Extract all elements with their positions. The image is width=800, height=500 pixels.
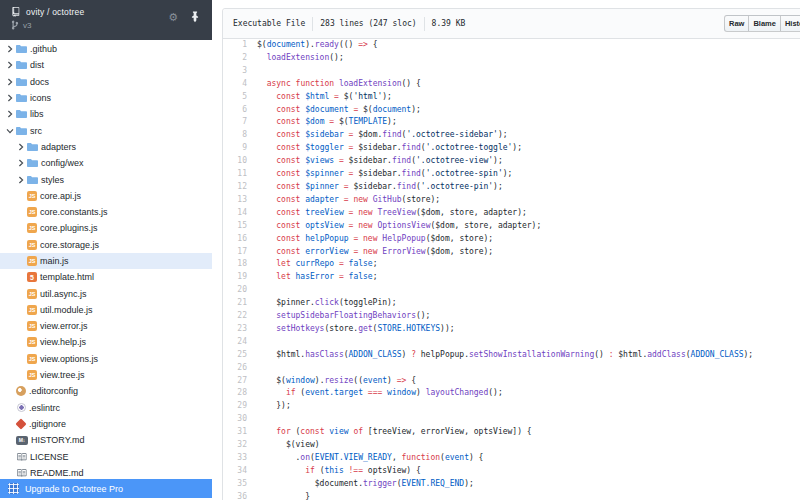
tree-item-view.help.js[interactable]: JSview.help.js <box>0 334 212 350</box>
line-number[interactable]: 2 <box>223 52 253 65</box>
line-number[interactable]: 32 <box>223 439 253 452</box>
line-number[interactable]: 34 <box>223 465 253 478</box>
chevron-right-icon[interactable] <box>17 176 25 184</box>
chevron-right-icon[interactable] <box>6 45 14 53</box>
line-number[interactable]: 11 <box>223 168 253 181</box>
upgrade-banner[interactable]: Upgrade to Octotree Pro <box>0 479 212 498</box>
tree-item-src[interactable]: src <box>0 122 212 138</box>
tree-item-.eslintrc[interactable]: .eslintrc <box>0 400 212 416</box>
tree-item-.github[interactable]: .github <box>0 41 212 57</box>
code-line: 21 $pinner.click(togglePin); <box>223 297 800 310</box>
code-text: const $dom = $(TEMPLATE); <box>253 116 397 129</box>
line-number[interactable]: 24 <box>223 336 253 349</box>
chevron-right-icon[interactable] <box>17 143 25 151</box>
chevron-right-icon[interactable] <box>6 61 14 69</box>
line-number[interactable]: 5 <box>223 91 253 104</box>
line-number[interactable]: 15 <box>223 220 253 233</box>
line-number[interactable]: 28 <box>223 387 253 400</box>
chevron-right-icon[interactable] <box>17 159 25 167</box>
code-line: 35 $document.trigger(EVENT.REQ_END); <box>223 478 800 491</box>
line-number[interactable]: 1 <box>223 39 253 52</box>
tree-item-view.error.js[interactable]: JSview.error.js <box>0 318 212 334</box>
line-number[interactable]: 14 <box>223 207 253 220</box>
pin-icon[interactable] <box>190 10 200 23</box>
code-view: Executable File 283 lines (247 sloc) 8.3… <box>212 0 800 500</box>
repo-title[interactable]: ovity / octotree <box>26 7 84 17</box>
raw-button[interactable]: Raw <box>724 15 749 32</box>
tree-item-LICENSE[interactable]: LICENSE <box>0 448 212 464</box>
tree-item-template.html[interactable]: 5template.html <box>0 269 212 285</box>
code-text: } <box>253 491 310 500</box>
line-number[interactable]: 33 <box>223 452 253 465</box>
tree-item-view.tree.js[interactable]: JSview.tree.js <box>0 367 212 383</box>
line-number[interactable]: 3 <box>223 65 253 78</box>
code-line: 9 const $toggler = $sidebar.find('.octot… <box>223 142 800 155</box>
tree-item-main.js[interactable]: JSmain.js <box>0 253 212 269</box>
line-number[interactable]: 26 <box>223 362 253 375</box>
line-number[interactable]: 16 <box>223 233 253 246</box>
code-text: const treeView = new TreeView($dom, stor… <box>253 207 527 220</box>
line-number[interactable]: 6 <box>223 104 253 117</box>
tree-item-core.storage.js[interactable]: JScore.storage.js <box>0 237 212 253</box>
line-number[interactable]: 12 <box>223 181 253 194</box>
history-button[interactable]: History <box>780 15 800 32</box>
code-line: 11 const $spinner = $sidebar.find('.octo… <box>223 168 800 181</box>
line-number[interactable]: 30 <box>223 413 253 426</box>
tree-item-core.constants.js[interactable]: JScore.constants.js <box>0 204 212 220</box>
tree-item-libs[interactable]: libs <box>0 106 212 122</box>
tree-item-label: .editorconfig <box>29 386 78 396</box>
tree-item-label: main.js <box>40 256 69 266</box>
tree-item-icons[interactable]: icons <box>0 90 212 106</box>
tree-item-core.api.js[interactable]: JScore.api.js <box>0 188 212 204</box>
tree-item-label: util.module.js <box>40 305 93 315</box>
line-number[interactable]: 4 <box>223 78 253 91</box>
blob-wrapper: Executable File 283 lines (247 sloc) 8.3… <box>222 8 800 500</box>
line-number[interactable]: 23 <box>223 323 253 336</box>
tree-item-core.plugins.js[interactable]: JScore.plugins.js <box>0 220 212 236</box>
tree-item-adapters[interactable]: adapters <box>0 139 212 155</box>
line-number[interactable]: 29 <box>223 400 253 413</box>
line-number[interactable]: 21 <box>223 297 253 310</box>
line-number[interactable]: 10 <box>223 155 253 168</box>
tree-item-util.async.js[interactable]: JSutil.async.js <box>0 285 212 301</box>
line-number[interactable]: 7 <box>223 116 253 129</box>
line-number[interactable]: 36 <box>223 491 253 500</box>
line-number[interactable]: 35 <box>223 478 253 491</box>
tree-item-view.options.js[interactable]: JSview.options.js <box>0 351 212 367</box>
code-text: const optsView = new OptionsView($dom, s… <box>253 220 541 233</box>
tree-item-styles[interactable]: styles <box>0 171 212 187</box>
line-number[interactable]: 17 <box>223 246 253 259</box>
line-number[interactable]: 27 <box>223 375 253 388</box>
line-number[interactable]: 8 <box>223 129 253 142</box>
tree-item-HISTORY.md[interactable]: M↓HISTORY.md <box>0 432 212 448</box>
blame-button[interactable]: Blame <box>748 15 781 32</box>
js-file-icon: JS <box>27 370 37 380</box>
line-number[interactable]: 22 <box>223 310 253 323</box>
tree-item-.editorconfig[interactable]: .editorconfig <box>0 383 212 399</box>
chevron-right-icon[interactable] <box>6 94 14 102</box>
gear-icon[interactable]: ⚙ <box>168 11 178 24</box>
code-text: setHotkeys(store.get(STORE.HOTKEYS)); <box>253 323 455 336</box>
line-number[interactable]: 19 <box>223 271 253 284</box>
lines-info: 283 lines (247 sloc) <box>320 19 416 28</box>
chevron-right-icon[interactable] <box>6 78 14 86</box>
tree-item-dist[interactable]: dist <box>0 57 212 73</box>
line-number[interactable]: 25 <box>223 349 253 362</box>
code-line: 7 const $dom = $(TEMPLATE); <box>223 116 800 129</box>
line-number[interactable]: 9 <box>223 142 253 155</box>
js-file-icon: JS <box>27 354 37 364</box>
line-number[interactable]: 18 <box>223 258 253 271</box>
line-number[interactable]: 13 <box>223 194 253 207</box>
tree-item-.gitignore[interactable]: .gitignore <box>0 416 212 432</box>
tree-item-docs[interactable]: docs <box>0 74 212 90</box>
chevron-down-icon[interactable] <box>6 127 14 135</box>
line-number[interactable]: 20 <box>223 284 253 297</box>
tree-item-util.module.js[interactable]: JSutil.module.js <box>0 302 212 318</box>
upgrade-banner-label: Upgrade to Octotree Pro <box>25 484 123 494</box>
chevron-right-icon[interactable] <box>6 110 14 118</box>
code-line: 20 <box>223 284 800 297</box>
tree-item-config/wex[interactable]: config/wex <box>0 155 212 171</box>
branch-selector[interactable]: v3 <box>23 21 31 30</box>
code-line: 26 <box>223 362 800 375</box>
line-number[interactable]: 31 <box>223 426 253 439</box>
